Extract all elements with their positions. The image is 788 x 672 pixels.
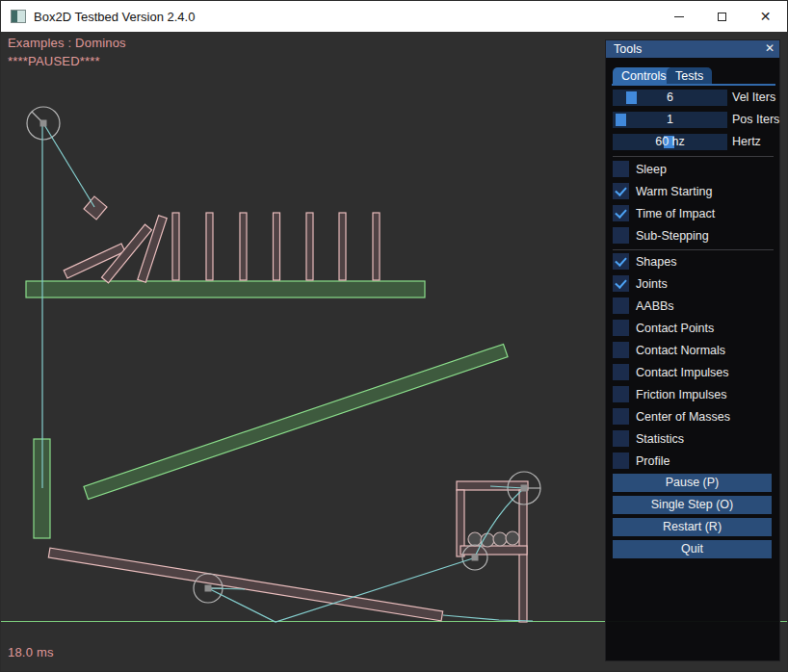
separator [613,156,774,157]
quit-button[interactable]: Quit [613,540,772,558]
checkbox-box[interactable] [613,253,629,270]
standing-domino[interactable] [172,213,179,280]
minimize-icon [674,16,684,17]
single-step-button[interactable]: Single Step (O) [613,496,772,514]
close-icon: ✕ [760,10,772,23]
anchor-square [472,555,479,561]
checkbox-contact-normals[interactable]: Contact Normals [613,342,725,358]
checkbox-box[interactable] [613,227,629,244]
checkbox-box[interactable] [613,275,629,292]
checkbox-center-of-masses[interactable]: Center of Masses [613,408,730,425]
tab-controls[interactable]: Controls [613,67,675,84]
checkbox-box[interactable] [613,205,629,221]
example-label: Examples : Dominos [8,36,126,50]
fallen-domino[interactable] [138,216,167,282]
standing-domino[interactable] [373,213,380,280]
checkbox-box[interactable] [613,452,629,469]
pause-button[interactable]: Pause (P) [613,474,772,492]
cradle-ball[interactable] [468,532,482,546]
vel-iters-value: 6 [613,90,727,106]
checkbox-box[interactable] [613,342,629,358]
standing-domino[interactable] [306,213,313,280]
checkbox-aabbs[interactable]: AABBs [613,297,674,314]
checkbox-shapes[interactable]: Shapes [613,253,676,270]
cradle-top-beam[interactable] [457,481,528,490]
checkbox-sleep[interactable]: Sleep [613,161,667,177]
tab-underline [612,84,775,86]
hertz-label: Hertz [732,134,761,150]
anchor-square [205,585,212,592]
checkbox-box[interactable] [613,386,629,402]
checkbox-warm-starting[interactable]: Warm Starting [613,183,712,199]
checkbox-box[interactable] [613,161,629,177]
joint-line [43,123,94,207]
cradle-ball[interactable] [506,531,519,545]
maximize-button[interactable] [700,1,744,32]
checkbox-joints[interactable]: Joints [613,275,668,292]
pos-iters-label: Pos Iters [732,112,779,128]
tools-panel-header[interactable]: Tools ✕ [606,40,779,58]
tools-panel-title: Tools [614,42,642,56]
cradle-right-post[interactable] [519,490,527,622]
hertz-value: 60 hz [613,134,727,150]
minimize-button[interactable] [657,1,700,32]
checkbox-time-of-impact[interactable]: Time of Impact [613,205,715,221]
ramp-shape [84,344,508,499]
standing-domino[interactable] [274,213,280,280]
standing-domino[interactable] [240,213,247,280]
anchor-square [521,485,528,492]
checkbox-box[interactable] [613,183,629,199]
checkbox-box[interactable] [613,364,629,380]
tools-close-icon[interactable]: ✕ [765,41,775,55]
anchor-points [40,120,528,592]
paused-label: ****PAUSED**** [8,54,100,68]
checkbox-box[interactable] [613,408,629,425]
pos-iters-slider[interactable]: 1 [613,112,727,128]
close-button[interactable]: ✕ [744,1,787,32]
checkbox-box[interactable] [613,430,629,447]
tab-tests[interactable]: Tests [667,67,712,84]
cradle-ball[interactable] [493,532,507,546]
cradle-shelf[interactable] [460,546,527,555]
checkbox-sub-stepping[interactable]: Sub-Stepping [613,227,709,244]
restart-button[interactable]: Restart (R) [613,518,772,536]
maximize-icon [718,13,726,21]
checkbox-contact-impulses[interactable]: Contact Impulses [613,364,729,380]
tools-panel: Tools ✕ Controls Tests 6 Vel Iters 1 Pos… [605,39,780,661]
vel-iters-slider[interactable]: 6 [613,90,727,106]
anchor-square [40,120,47,127]
checkbox-contact-points[interactable]: Contact Points [613,320,714,336]
seesaw-plank-shape[interactable] [48,548,442,621]
title-bar: Box2D Testbed Version 2.4.0 ✕ [1,1,787,32]
pos-iters-value: 1 [613,112,727,128]
hertz-slider[interactable]: 60 hz [613,134,727,150]
separator [613,249,774,250]
checkbox-box[interactable] [613,297,629,314]
checkbox-friction-impulses[interactable]: Friction Impulses [613,386,726,402]
swinging-box-shape[interactable] [84,196,107,220]
standing-domino[interactable] [339,213,346,280]
vel-iters-label: Vel Iters [732,90,775,106]
frame-time-label: 18.0 ms [8,645,54,659]
checkbox-profile[interactable]: Profile [613,452,670,469]
window-title: Box2D Testbed Version 2.4.0 [34,10,195,24]
platform-shape [26,281,425,297]
app-icon [11,10,26,23]
standing-domino[interactable] [206,213,213,280]
checkbox-statistics[interactable]: Statistics [613,430,684,447]
app-window: Box2D Testbed Version 2.4.0 ✕ Examples :… [0,0,788,672]
checkbox-box[interactable] [613,320,629,336]
